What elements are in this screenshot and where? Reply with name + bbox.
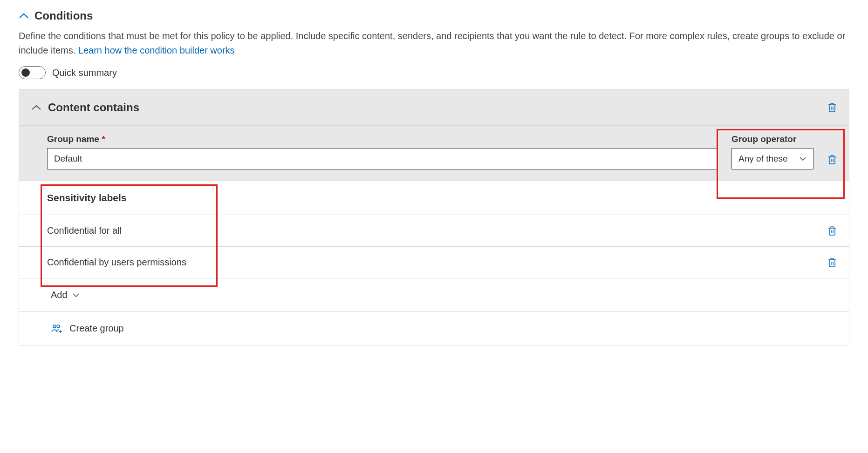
people-add-icon [51,324,63,334]
quick-summary-toggle[interactable] [19,66,46,79]
chevron-up-icon[interactable] [19,13,29,19]
add-label: Add [51,290,68,300]
condition-title: Content contains [48,101,139,114]
trash-icon[interactable] [827,226,837,236]
group-name-input[interactable] [47,148,718,169]
list-item: Confidential by users permissions [19,247,849,278]
group-config-row: Group name * Group operator Any of these [19,126,849,181]
create-group-button[interactable]: Create group [19,312,849,345]
group-operator-value: Any of these [738,154,788,164]
section-title: Conditions [34,9,93,22]
add-button[interactable]: Add [51,290,80,300]
group-operator-label: Group operator [731,134,813,144]
label-name: Confidential by users permissions [47,257,186,268]
svg-point-0 [53,325,56,328]
label-name: Confidential for all [47,225,122,236]
chevron-down-icon [799,156,806,161]
chevron-down-icon [72,293,80,297]
create-group-label: Create group [69,323,124,334]
learn-link[interactable]: Learn how the condition builder works [78,45,235,55]
trash-icon[interactable] [827,155,837,165]
quick-summary-label: Quick summary [52,68,117,78]
trash-icon[interactable] [827,102,837,113]
condition-header: Content contains [19,90,849,126]
list-item: Confidential for all [19,215,849,247]
trash-icon[interactable] [827,257,837,268]
group-operator-dropdown[interactable]: Any of these [731,148,813,169]
required-asterisk: * [102,134,105,144]
group-name-label: Group name * [47,134,718,144]
svg-point-1 [57,325,60,328]
add-row: Add [19,278,849,312]
chevron-up-icon[interactable] [31,104,41,111]
toggle-knob [21,68,30,77]
section-description: Define the conditions that must be met f… [19,29,849,58]
sensitivity-labels-header: Sensitivity labels [19,181,849,215]
group-name-label-text: Group name [47,134,99,144]
condition-content-contains: Content contains Group name * Group oper… [19,89,849,345]
